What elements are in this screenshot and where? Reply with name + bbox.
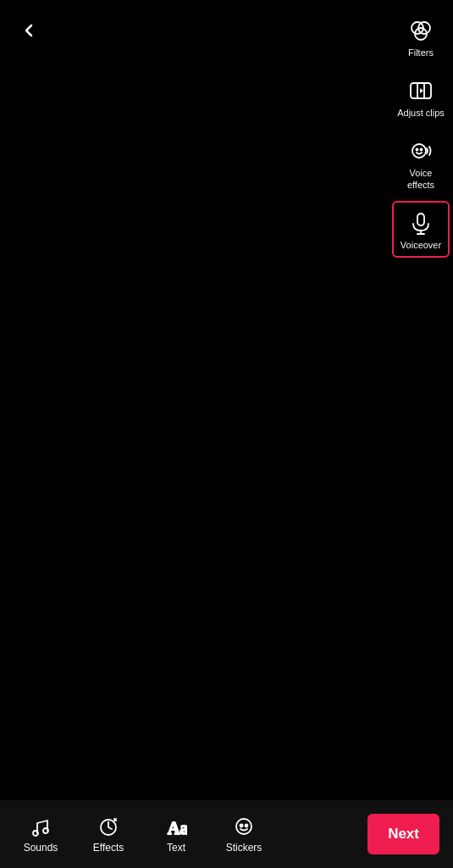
- right-toolbar: Filters Adjust clips: [392, 8, 450, 258]
- adjust-clips-icon: [406, 75, 436, 106]
- video-preview: [0, 0, 453, 800]
- voice-effects-label: Voice effects: [397, 168, 445, 190]
- svg-point-16: [236, 819, 251, 834]
- toolbar-item-voiceover[interactable]: Voiceover: [392, 201, 450, 258]
- tab-effects[interactable]: Effects: [75, 809, 142, 860]
- text-icon: Aa: [164, 815, 188, 839]
- toolbar-item-voice-effects[interactable]: Voice effects: [392, 129, 450, 197]
- tab-sounds[interactable]: Sounds: [7, 809, 75, 860]
- voice-effects-icon: [406, 136, 436, 166]
- text-label: Text: [167, 842, 185, 854]
- toolbar-item-filters[interactable]: Filters: [392, 8, 450, 65]
- back-button[interactable]: [14, 15, 44, 46]
- svg-rect-9: [417, 214, 424, 225]
- effects-icon: [97, 815, 120, 839]
- adjust-clips-label: Adjust clips: [397, 108, 445, 119]
- svg-point-7: [417, 149, 418, 151]
- svg-point-8: [421, 149, 423, 151]
- tab-stickers[interactable]: Stickers: [210, 809, 278, 860]
- filters-icon: [406, 15, 436, 46]
- tab-text[interactable]: Aa Text: [142, 809, 210, 860]
- stickers-label: Stickers: [226, 842, 262, 854]
- svg-point-6: [412, 144, 426, 158]
- toolbar-item-adjust-clips[interactable]: Adjust clips: [392, 69, 450, 125]
- effects-label: Effects: [93, 842, 124, 854]
- sounds-label: Sounds: [24, 842, 58, 854]
- svg-point-17: [240, 824, 243, 826]
- voiceover-icon: [406, 208, 436, 238]
- filters-label: Filters: [408, 47, 434, 58]
- music-note-icon: [29, 815, 52, 839]
- voiceover-label: Voiceover: [401, 240, 441, 251]
- bottom-toolbar: Sounds Effects Aa Text: [0, 800, 453, 868]
- next-button[interactable]: Next: [367, 814, 439, 854]
- bottom-tabs: Sounds Effects Aa Text: [7, 809, 367, 860]
- svg-text:Aa: Aa: [168, 819, 187, 837]
- stickers-icon: [232, 815, 256, 839]
- svg-point-18: [246, 824, 248, 826]
